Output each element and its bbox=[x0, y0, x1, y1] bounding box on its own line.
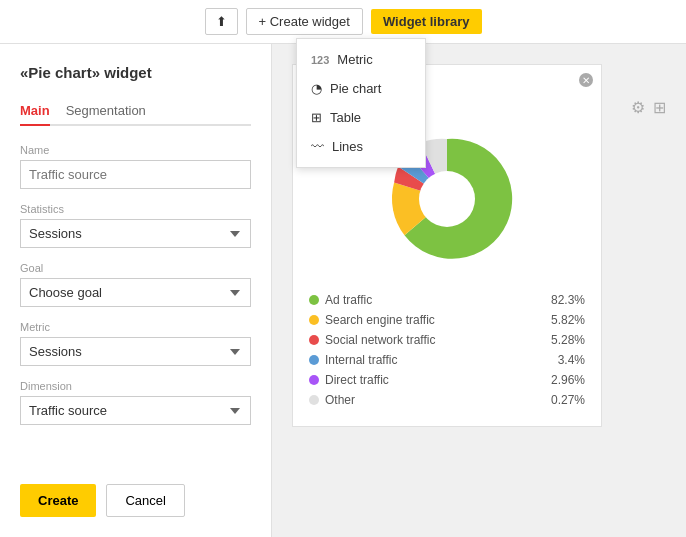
metric-label: Metric bbox=[20, 321, 251, 333]
legend-item-social-network: Social network traffic 5.28% bbox=[309, 330, 585, 350]
lines-icon: 〰 bbox=[311, 139, 324, 154]
dropdown-item-pie-chart[interactable]: ◔ Pie chart bbox=[297, 74, 425, 103]
legend-dot-internal-traffic bbox=[309, 355, 319, 365]
goal-select[interactable]: Choose goal bbox=[20, 278, 251, 307]
dimension-field-group: Dimension Traffic source bbox=[20, 380, 251, 425]
statistics-label: Statistics bbox=[20, 203, 251, 215]
legend-dot-search-engine bbox=[309, 315, 319, 325]
legend-dot-direct-traffic bbox=[309, 375, 319, 385]
legend-value-search-engine: 5.82% bbox=[551, 313, 585, 327]
create-button[interactable]: Create bbox=[20, 484, 96, 517]
goal-field-group: Goal Choose goal bbox=[20, 262, 251, 307]
dropdown-item-lines[interactable]: 〰 Lines bbox=[297, 132, 425, 161]
create-widget-dropdown: 123 Metric ◔ Pie chart ⊞ Table 〰 Lines bbox=[296, 38, 426, 168]
tab-segmentation[interactable]: Segmentation bbox=[66, 97, 146, 124]
dropdown-item-table-label: Table bbox=[330, 110, 361, 125]
legend: Ad traffic 82.3% Search engine traffic 5… bbox=[309, 290, 585, 410]
tab-main[interactable]: Main bbox=[20, 97, 50, 126]
dropdown-item-table[interactable]: ⊞ Table bbox=[297, 103, 425, 132]
legend-value-direct-traffic: 2.96% bbox=[551, 373, 585, 387]
widget-controls: ⚙ ⊞ bbox=[631, 98, 666, 117]
gear-icon[interactable]: ⚙ bbox=[631, 98, 645, 117]
dimension-label: Dimension bbox=[20, 380, 251, 392]
panel-footer: Create Cancel bbox=[20, 484, 185, 517]
legend-value-ad-traffic: 82.3% bbox=[551, 293, 585, 307]
dropdown-item-metric-label: Metric bbox=[337, 52, 372, 67]
legend-item-ad-traffic: Ad traffic 82.3% bbox=[309, 290, 585, 310]
legend-value-social-network: 5.28% bbox=[551, 333, 585, 347]
widget-close-button[interactable]: ✕ bbox=[579, 73, 593, 87]
legend-value-internal-traffic: 3.4% bbox=[558, 353, 585, 367]
metric-select[interactable]: Sessions bbox=[20, 337, 251, 366]
name-input[interactable] bbox=[20, 160, 251, 189]
goal-label: Goal bbox=[20, 262, 251, 274]
legend-label-ad-traffic: Ad traffic bbox=[325, 293, 372, 307]
legend-item-direct-traffic: Direct traffic 2.96% bbox=[309, 370, 585, 390]
legend-dot-other bbox=[309, 395, 319, 405]
table-icon: ⊞ bbox=[311, 110, 322, 125]
legend-item-internal-traffic: Internal traffic 3.4% bbox=[309, 350, 585, 370]
legend-item-other: Other 0.27% bbox=[309, 390, 585, 410]
name-field-group: Name bbox=[20, 144, 251, 189]
panel-title: «Pie chart» widget bbox=[20, 64, 251, 81]
cancel-button[interactable]: Cancel bbox=[106, 484, 184, 517]
create-widget-button[interactable]: + Create widget bbox=[246, 8, 363, 35]
dropdown-item-lines-label: Lines bbox=[332, 139, 363, 154]
legend-value-other: 0.27% bbox=[551, 393, 585, 407]
metric-field-group: Metric Sessions bbox=[20, 321, 251, 366]
metric-icon: 123 bbox=[311, 54, 329, 66]
donut-hole bbox=[419, 171, 475, 227]
grid-icon[interactable]: ⊞ bbox=[653, 98, 666, 117]
legend-label-search-engine: Search engine traffic bbox=[325, 313, 435, 327]
name-label: Name bbox=[20, 144, 251, 156]
legend-dot-ad-traffic bbox=[309, 295, 319, 305]
pie-chart-icon: ◔ bbox=[311, 81, 322, 96]
left-panel: «Pie chart» widget Main Segmentation Nam… bbox=[0, 44, 272, 537]
widget-library-button[interactable]: Widget library bbox=[371, 9, 482, 34]
legend-dot-social-network bbox=[309, 335, 319, 345]
statistics-field-group: Statistics Sessions bbox=[20, 203, 251, 248]
legend-label-social-network: Social network traffic bbox=[325, 333, 436, 347]
legend-item-search-engine: Search engine traffic 5.82% bbox=[309, 310, 585, 330]
legend-label-other: Other bbox=[325, 393, 355, 407]
panel-tabs: Main Segmentation bbox=[20, 97, 251, 126]
dimension-select[interactable]: Traffic source bbox=[20, 396, 251, 425]
dropdown-item-pie-chart-label: Pie chart bbox=[330, 81, 381, 96]
legend-label-direct-traffic: Direct traffic bbox=[325, 373, 389, 387]
upload-button[interactable]: ⬆ bbox=[205, 8, 238, 35]
statistics-select[interactable]: Sessions bbox=[20, 219, 251, 248]
dropdown-item-metric[interactable]: 123 Metric bbox=[297, 45, 425, 74]
legend-label-internal-traffic: Internal traffic bbox=[325, 353, 397, 367]
